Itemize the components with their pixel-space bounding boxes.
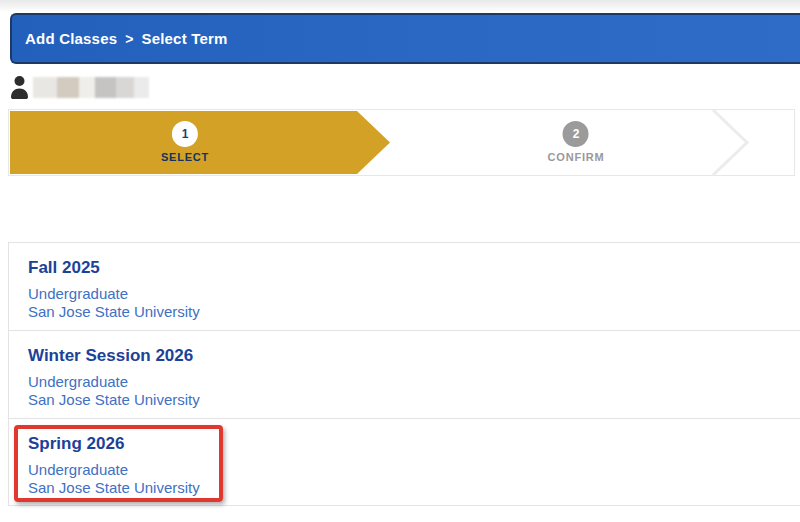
term-name-link[interactable]: Winter Session 2026	[28, 346, 193, 366]
breadcrumb-bar: Add Classes > Select Term	[10, 13, 800, 64]
step-number-badge: 2	[563, 121, 589, 147]
person-icon	[10, 75, 29, 99]
chevron-divider-icon	[709, 110, 755, 175]
term-institution: San Jose State University	[28, 391, 800, 409]
progress-bar: 1 SELECT 2 CONFIRM	[8, 109, 795, 176]
term-institution: San Jose State University	[28, 479, 800, 497]
term-institution: San Jose State University	[28, 303, 800, 321]
page: Add Classes > Select Term 1 SELECT 2 CON…	[0, 0, 800, 522]
breadcrumb-add-classes[interactable]: Add Classes	[25, 30, 117, 47]
step-label: CONFIRM	[548, 151, 605, 163]
step-number-badge: 1	[172, 121, 198, 147]
user-row	[10, 74, 149, 100]
breadcrumb-select-term: Select Term	[141, 30, 227, 47]
term-row-fall-2025[interactable]: Fall 2025 Undergraduate San Jose State U…	[9, 243, 800, 331]
term-name-link[interactable]: Spring 2026	[28, 434, 124, 454]
term-name-link[interactable]: Fall 2025	[28, 258, 100, 278]
step-label: SELECT	[161, 151, 209, 163]
term-career: Undergraduate	[28, 285, 800, 303]
term-row-spring-2026[interactable]: Spring 2026 Undergraduate San Jose State…	[9, 419, 800, 506]
breadcrumb-separator-icon: >	[125, 31, 133, 47]
term-list: Fall 2025 Undergraduate San Jose State U…	[8, 242, 800, 506]
progress-step-confirm: 2 CONFIRM	[548, 110, 605, 175]
term-career: Undergraduate	[28, 373, 800, 391]
top-gradient-strip	[0, 0, 800, 13]
redacted-user-name	[33, 77, 149, 98]
term-career: Undergraduate	[28, 461, 800, 479]
term-row-winter-session-2026[interactable]: Winter Session 2026 Undergraduate San Jo…	[9, 331, 800, 419]
progress-step-select: 1 SELECT	[161, 110, 209, 175]
